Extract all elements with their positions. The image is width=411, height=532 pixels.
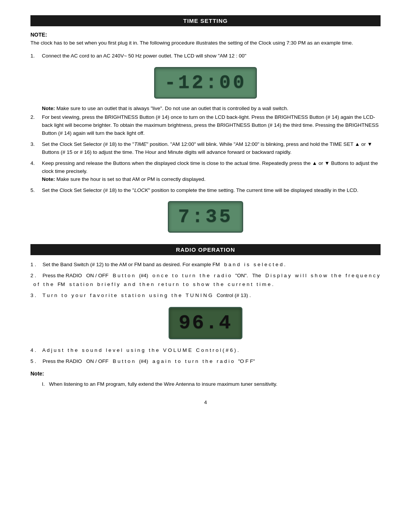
step-num-3: 3.: [30, 141, 42, 157]
radio-step-num-2: 2 .: [30, 272, 41, 280]
radio-step-num-5: 5 .: [30, 357, 41, 366]
radio-note-label: Note:: [30, 371, 381, 377]
step-num-4: 4.: [30, 160, 42, 184]
radio-step-num-1: 1 .: [30, 260, 41, 269]
step-3: 3. Set the Clock Set Selector (# 18) to …: [30, 141, 381, 157]
radio-operation-section: RADIO OPERATION 1 . Set the Band Switch …: [30, 244, 381, 388]
radio-step-2: 2 . Press the RADIO ON / OFF B u t t o n…: [30, 272, 381, 289]
note-text: The clock has to be set when you first p…: [30, 39, 381, 47]
step-2: 2. For best viewing, press the BRIGHTNES…: [30, 113, 381, 137]
radio-step-4: 4 . A d j u s t t h e s o u n d l e v e …: [30, 346, 381, 355]
lcd-display-2-container: 7:35: [30, 201, 381, 233]
radio-operation-header: RADIO OPERATION: [30, 244, 381, 255]
step-content-1: Connect the AC cord to an AC 240V~ 50 Hz…: [42, 52, 381, 60]
radio-step-num-3: 3 .: [30, 291, 41, 300]
step-content-3: Set the Clock Set Selector (# 18) to the…: [42, 141, 381, 157]
step-1: 1. Connect the AC cord to an AC 240V~ 50…: [30, 52, 381, 60]
time-setting-section: TIME SETTING NOTE: The clock has to be s…: [30, 15, 381, 233]
note-wall-switch: Note: Make sure to use an outlet that is…: [42, 105, 381, 111]
lcd-display-3: 96.4: [169, 307, 243, 339]
step-num-2: 2.: [30, 113, 42, 137]
radio-sub-note-text: When listening to an FM program, fully e…: [49, 381, 277, 387]
radio-note-section: Note: I. When listening to an FM program…: [30, 371, 381, 388]
step-5: 5. Set the Clock Set Selector (# 18) to …: [30, 187, 381, 195]
page-number: 4: [30, 399, 381, 405]
step-num-5: 5.: [30, 187, 42, 195]
radio-sub-note: I. When listening to an FM program, full…: [42, 380, 381, 388]
step-content-2: For best viewing, press the BRIGHTNESS B…: [42, 113, 381, 137]
step-num-1: 1.: [30, 52, 42, 60]
radio-step-5: 5 . Press the RADIO ON / OFF B u t t o n…: [30, 357, 381, 366]
step-content-4: Keep pressing and release the Buttons wh…: [42, 160, 381, 184]
step-content-5: Set the Clock Set Selector (# 18) to the…: [42, 187, 381, 195]
time-setting-header: TIME SETTING: [30, 15, 381, 26]
radio-step-1: 1 . Set the Band Switch (# 12) to the AM…: [30, 260, 381, 269]
note-label: NOTE:: [30, 32, 381, 38]
radio-step-num-4: 4 .: [30, 346, 41, 355]
lcd-display-1: -12:00: [154, 67, 257, 99]
lcd-display-3-container: 96.4: [30, 307, 381, 339]
lcd-display-1-container: -12:00: [30, 67, 381, 99]
radio-step-3: 3 . T u r n t o y o u r f a v o r i t e …: [30, 291, 381, 300]
lcd-display-2: 7:35: [168, 201, 243, 233]
step-4: 4. Keep pressing and release the Buttons…: [30, 160, 381, 184]
